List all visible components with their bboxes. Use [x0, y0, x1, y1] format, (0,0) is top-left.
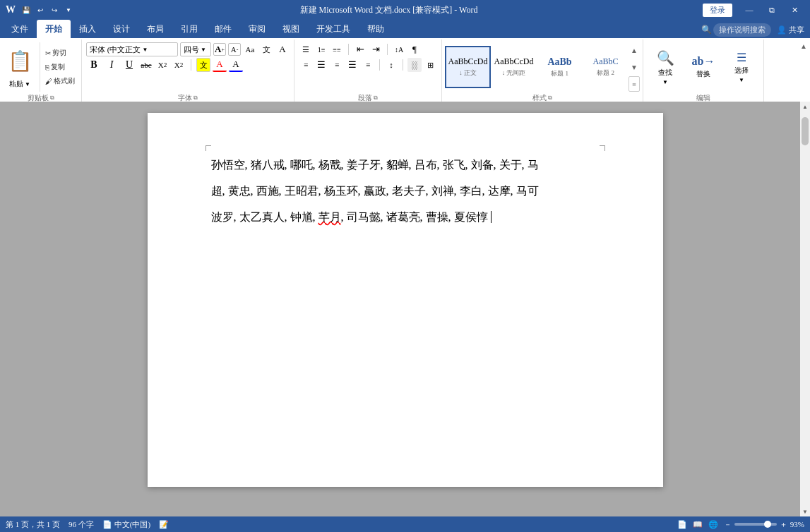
styles-more[interactable]: ≡ — [629, 76, 640, 92]
zoom-control[interactable]: － ＋ 93% — [724, 519, 804, 530]
paste-button[interactable]: 📋 — [4, 42, 35, 79]
minimize-button[interactable]: — — [739, 3, 759, 17]
styles-scroll-down[interactable]: ▼ — [629, 59, 640, 75]
sort-button[interactable]: ↕A — [392, 42, 406, 56]
show-marks-button[interactable]: ¶ — [407, 42, 422, 56]
line-spacing-button[interactable]: ↕ — [384, 58, 398, 72]
text-shade-button[interactable]: A — [229, 58, 243, 72]
tab-layout[interactable]: 布局 — [138, 20, 172, 38]
subscript-button[interactable]: X2 — [155, 58, 169, 72]
ribbon-collapse: ▲ — [797, 40, 810, 106]
scroll-up-button[interactable]: ▲ — [800, 102, 810, 111]
tab-help[interactable]: 帮助 — [359, 20, 393, 38]
restore-button[interactable]: ⧉ — [762, 3, 782, 17]
zoom-in-button[interactable]: ＋ — [780, 519, 787, 530]
increase-indent-button[interactable]: ⇥ — [369, 42, 383, 56]
tab-view[interactable]: 视图 — [274, 20, 308, 38]
paste-dropdown[interactable]: 粘贴 ▼ — [9, 79, 30, 89]
ribbon-right: 🔍 操作说明搜索 👤 共享 — [701, 23, 810, 38]
style-no-spacing-preview: AaBbCcDd — [494, 56, 534, 67]
font-size-arrow-icon: ▼ — [201, 47, 206, 53]
quick-access-toolbar: 💾 ↩ ↪ ▼ — [20, 4, 75, 16]
clipboard-expand-icon[interactable]: ⧉ — [50, 95, 54, 102]
select-button[interactable]: ☰ 选择 ▼ — [724, 47, 759, 87]
replace-button[interactable]: ab→ 替换 — [686, 47, 721, 87]
tab-mail[interactable]: 邮件 — [206, 20, 240, 38]
cut-button[interactable]: ✂ 剪切 — [43, 47, 77, 59]
strikethrough-button[interactable]: abc — [139, 58, 153, 72]
copy-button[interactable]: ⎘ 复制 — [43, 61, 77, 73]
share-button[interactable]: 👤 共享 — [777, 25, 804, 35]
text-color-button[interactable]: A — [213, 58, 227, 72]
find-button[interactable]: 🔍 查找 ▼ — [648, 47, 683, 87]
close-button[interactable]: ✕ — [785, 3, 804, 17]
border-button[interactable]: ⊞ — [423, 58, 437, 72]
document-page[interactable]: 孙悟空, 猪八戒, 哪吒, 杨戬, 姜子牙, 貂蝉, 吕布, 张飞, 刘备, 关… — [148, 113, 663, 487]
font-expand-icon[interactable]: ⧉ — [193, 95, 198, 102]
style-no-spacing[interactable]: AaBbCcDd ↓ 无间距 — [491, 46, 537, 88]
style-normal[interactable]: AaBbCcDd ↓ 正文 — [445, 46, 491, 88]
format-paint-button[interactable]: 🖌 格式刷 — [43, 75, 77, 87]
tab-review[interactable]: 审阅 — [240, 20, 274, 38]
view-web-icon[interactable]: 🌐 — [708, 520, 718, 529]
tab-references[interactable]: 引用 — [172, 20, 206, 38]
save-icon[interactable]: 💾 — [20, 4, 32, 16]
tab-home[interactable]: 开始 — [37, 20, 71, 38]
para-sep2 — [387, 44, 388, 55]
zoom-out-button[interactable]: － — [724, 519, 732, 530]
view-reading-icon[interactable]: 📖 — [693, 520, 703, 529]
distributed-button[interactable]: ≡ — [361, 58, 375, 72]
tab-insert[interactable]: 插入 — [71, 20, 105, 38]
decrease-indent-button[interactable]: ⇤ — [353, 42, 367, 56]
style-heading2[interactable]: AaBbC 标题 2 — [583, 46, 629, 88]
view-normal-icon[interactable]: 📄 — [677, 520, 687, 529]
multi-list-button[interactable]: ≡≡ — [330, 42, 344, 56]
align-left-button[interactable]: ≡ — [299, 58, 313, 72]
scroll-thumb[interactable] — [802, 117, 809, 145]
styles-group: AaBbCcDd ↓ 正文 AaBbCcDd ↓ 无间距 AaBb 标题 1 A… — [442, 40, 643, 106]
bold-button[interactable]: B — [86, 58, 102, 72]
login-button[interactable]: 登录 — [703, 4, 732, 17]
tab-design[interactable]: 设计 — [105, 20, 138, 38]
clear-format-button[interactable]: A — [275, 42, 290, 56]
tab-devtools[interactable]: 开发工具 — [308, 20, 359, 38]
document-content[interactable]: 孙悟空, 猪八戒, 哪吒, 杨戬, 姜子牙, 貂蝉, 吕布, 张飞, 刘备, 关… — [211, 155, 600, 227]
paragraph-expand-icon[interactable]: ⧉ — [374, 95, 378, 102]
collapse-ribbon-button[interactable]: ▲ — [800, 42, 807, 50]
redo-icon[interactable]: ↪ — [48, 4, 61, 16]
font-size-selector[interactable]: 四号 ▼ — [180, 42, 211, 56]
vertical-scrollbar[interactable]: ▲ ▼ — [800, 102, 810, 516]
style-heading1[interactable]: AaBb 标题 1 — [537, 46, 583, 88]
scroll-down-button[interactable]: ▼ — [800, 507, 810, 516]
bullet-list-button[interactable]: ☰ — [299, 42, 313, 56]
font-color-btn[interactable]: 文 — [259, 42, 273, 56]
font-enlarge-button[interactable]: A+ — [213, 43, 226, 56]
align-center-button[interactable]: ☰ — [314, 58, 328, 72]
undo-icon[interactable]: ↩ — [34, 4, 47, 16]
para-sep1 — [348, 44, 349, 55]
italic-button[interactable]: I — [104, 58, 119, 72]
font-name-arrow-icon: ▼ — [142, 47, 148, 53]
font-shrink-button[interactable]: A- — [228, 43, 241, 56]
align-right-button[interactable]: ≡ — [330, 58, 344, 72]
tab-file[interactable]: 文件 — [3, 20, 37, 38]
styles-gallery: AaBbCcDd ↓ 正文 AaBbCcDd ↓ 无间距 AaBb 标题 1 A… — [445, 46, 629, 88]
styles-scroll-up[interactable]: ▲ — [629, 42, 640, 58]
customize-icon[interactable]: ▼ — [62, 4, 75, 16]
aa-button[interactable]: Aa — [243, 42, 257, 56]
numbered-list-button[interactable]: 1≡ — [314, 42, 328, 56]
copy-icon: ⎘ — [45, 64, 49, 71]
text-cursor — [488, 211, 492, 223]
highlight-button[interactable]: 文 — [196, 58, 210, 72]
superscript-button[interactable]: X2 — [172, 58, 186, 72]
document-line-3: 波罗, 太乙真人, 钟馗, 芊月, 司马懿, 诸葛亮, 曹操, 夏侯惇 — [211, 207, 600, 228]
justify-button[interactable]: ☰ — [345, 58, 359, 72]
zoom-slider[interactable] — [734, 523, 777, 526]
underline-button[interactable]: U — [121, 58, 137, 72]
shading-button[interactable]: ░ — [407, 58, 422, 72]
zoom-percent[interactable]: 93% — [790, 520, 804, 528]
search-box[interactable]: 操作说明搜索 — [713, 23, 771, 37]
styles-expand-icon[interactable]: ⧉ — [548, 95, 552, 102]
style-heading2-preview: AaBbC — [593, 56, 619, 67]
font-name-selector[interactable]: 宋体 (中文正文 ▼ — [86, 42, 178, 56]
